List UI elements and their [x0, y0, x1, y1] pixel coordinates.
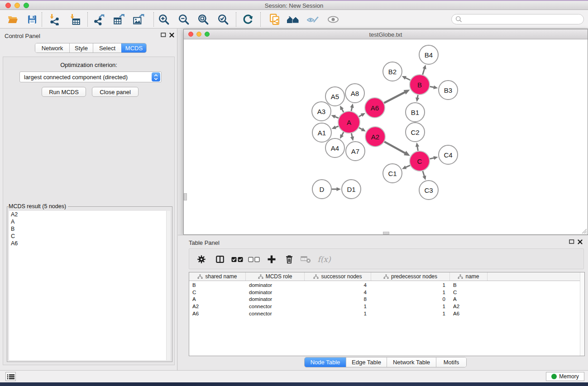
zoom-fit-icon[interactable] [196, 13, 210, 26]
result-item-a[interactable]: A [9, 218, 170, 225]
select-all-icon[interactable] [230, 253, 244, 266]
network-bottom-scrollbar-thumb[interactable] [383, 232, 389, 234]
result-item-c[interactable]: C [9, 233, 170, 240]
graph-edge-B-B4[interactable] [423, 68, 425, 75]
cell-predecessor-nodes[interactable]: 0 [371, 296, 450, 302]
show-columns-icon[interactable] [213, 253, 227, 266]
search-field[interactable] [451, 14, 584, 24]
tab-motifs[interactable]: Motifs [436, 357, 466, 367]
table-scrollbar[interactable] [580, 272, 584, 356]
float-table-panel-icon[interactable] [569, 239, 574, 244]
close-panel-button[interactable]: Close panel [92, 87, 139, 97]
cell-shared-name[interactable]: A [189, 296, 246, 302]
network-canvas[interactable]: AA2A6BCA1A3A4A5A7A8B1B2B3B4C1C2C3C4DD1 [184, 40, 588, 234]
graph-arrowhead-A-A7 [350, 136, 354, 141]
cell-shared-name[interactable]: A6 [189, 311, 246, 316]
resize-grip-icon[interactable] [580, 227, 587, 234]
result-item-a2[interactable]: A2 [9, 211, 170, 218]
table-row-b[interactable]: Bdominator41B [189, 281, 584, 289]
criterion-select[interactable]: largest connected component (directed) [19, 71, 162, 82]
graph-node-label-C3: C3 [424, 186, 433, 194]
cell-MCDS-role[interactable]: dominator [246, 282, 305, 288]
float-panel-icon[interactable] [161, 33, 166, 38]
column-header-predecessor-nodes[interactable]: predecessor nodes [371, 272, 450, 281]
graph-edge-A6-B[interactable] [384, 92, 405, 103]
cell-successor-nodes[interactable]: 4 [305, 282, 371, 288]
close-table-panel-icon[interactable] [578, 239, 583, 244]
column-header-shared-name[interactable]: shared name [189, 272, 246, 281]
cell-successor-nodes[interactable]: 1 [305, 311, 371, 316]
tab-node-table[interactable]: Node Table [305, 357, 346, 367]
tab-style[interactable]: Style [69, 43, 93, 52]
cell-predecessor-nodes[interactable]: 1 [371, 311, 450, 316]
cell-shared-name[interactable]: C [189, 290, 246, 295]
result-item-b[interactable]: B [9, 225, 170, 233]
zoom-out-icon[interactable] [177, 13, 191, 26]
cell-predecessor-nodes[interactable]: 1 [371, 282, 450, 288]
graph-edge-A2-C[interactable] [384, 142, 406, 153]
column-header-name[interactable]: name [450, 272, 488, 281]
export-image-icon[interactable] [131, 13, 146, 26]
graph-node-label-B1: B1 [411, 109, 419, 116]
close-panel-icon[interactable] [169, 33, 174, 38]
export-network-icon[interactable] [92, 13, 106, 26]
cell-MCDS-role[interactable]: dominator [246, 296, 305, 302]
export-table-icon[interactable] [112, 13, 126, 26]
search-input[interactable] [462, 16, 575, 23]
cell-shared-name[interactable]: B [189, 282, 246, 288]
graph-node-label-A1: A1 [318, 129, 326, 137]
delete-column-icon[interactable] [282, 253, 296, 266]
column-type-icon [197, 274, 203, 279]
deselect-all-icon[interactable] [247, 253, 261, 266]
cell-MCDS-role[interactable]: connector [246, 304, 305, 309]
cell-name[interactable]: B [450, 282, 488, 288]
network-left-scrollbar-thumb[interactable] [184, 193, 187, 200]
column-header-MCDS-role[interactable]: MCDS role [246, 272, 305, 281]
home-icon[interactable] [286, 13, 300, 26]
cell-shared-name[interactable]: A2 [189, 304, 246, 309]
cell-predecessor-nodes[interactable]: 1 [371, 290, 450, 295]
network-view-window: testGlobe.txt AA2A6BCA1A3A4A5A7A8B1B2B3B… [183, 29, 588, 235]
add-column-icon[interactable] [265, 253, 278, 266]
tab-edge-table[interactable]: Edge Table [346, 357, 387, 367]
cell-MCDS-role[interactable]: dominator [246, 290, 305, 295]
tab-mcds[interactable]: MCDS [121, 43, 146, 52]
zoom-selected-icon[interactable] [216, 13, 230, 26]
tab-network-table[interactable]: Network Table [387, 357, 436, 367]
cell-name[interactable]: A [450, 296, 488, 302]
tab-select[interactable]: Select [93, 43, 121, 52]
table-row-a6[interactable]: A6connector11A6 [189, 310, 584, 317]
memory-button[interactable]: Memory [546, 372, 584, 381]
import-network-icon[interactable] [47, 13, 62, 26]
graph-edge-C-C3[interactable] [423, 171, 425, 177]
table-row-a2[interactable]: A2connector11A2 [189, 303, 584, 310]
column-header-successor-nodes[interactable]: successor nodes [305, 272, 371, 281]
cell-successor-nodes[interactable]: 8 [305, 296, 371, 302]
tab-network[interactable]: Network [35, 43, 69, 52]
delete-table-icon[interactable] [299, 253, 313, 266]
result-item-a6[interactable]: A6 [9, 240, 170, 247]
cell-predecessor-nodes[interactable]: 1 [371, 304, 450, 309]
save-session-icon[interactable] [25, 13, 39, 26]
zoom-in-icon[interactable] [157, 13, 171, 26]
settings-gear-icon[interactable] [195, 253, 208, 266]
result-list-scrollbar[interactable] [166, 211, 170, 360]
cell-name[interactable]: C [450, 290, 488, 295]
cell-name[interactable]: A2 [450, 304, 488, 309]
cell-successor-nodes[interactable]: 4 [305, 290, 371, 295]
hide-annotations-icon[interactable] [306, 13, 320, 26]
table-row-a[interactable]: Adominator80A [189, 295, 584, 303]
cell-successor-nodes[interactable]: 1 [305, 304, 371, 309]
cell-MCDS-role[interactable]: connector [246, 311, 305, 316]
task-history-button[interactable] [5, 372, 16, 381]
refresh-icon[interactable] [241, 13, 255, 26]
graph-arrowhead-C-C4 [433, 156, 438, 160]
table-row-c[interactable]: Cdominator41C [189, 289, 584, 296]
run-mcds-button[interactable]: Run MCDS [42, 87, 86, 97]
import-table-icon[interactable] [67, 13, 82, 26]
cell-name[interactable]: A6 [450, 311, 488, 316]
function-builder-icon[interactable]: f(x) [314, 253, 334, 266]
show-annotations-icon[interactable] [326, 13, 340, 26]
open-session-icon[interactable] [5, 13, 20, 26]
network-from-file-icon[interactable] [268, 13, 282, 26]
